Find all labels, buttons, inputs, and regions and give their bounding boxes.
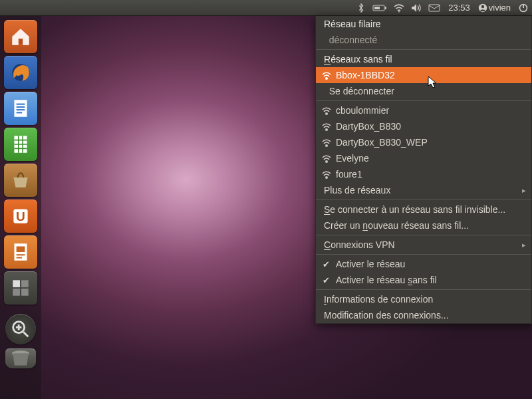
- svg-rect-22: [17, 257, 23, 258]
- svg-point-36: [326, 161, 327, 162]
- svg-rect-4: [429, 5, 440, 11]
- svg-rect-25: [13, 289, 20, 296]
- svg-rect-15: [17, 112, 23, 113]
- wifi-ssid: DartyBox_B830_WEP: [336, 137, 428, 148]
- svg-point-34: [326, 129, 327, 130]
- wired-header: Réseau filaire: [316, 16, 531, 32]
- launcher-impress[interactable]: [4, 235, 37, 269]
- enable-networking[interactable]: ✔ Activer le réseau: [316, 256, 531, 272]
- wifi-network-item[interactable]: DartyBox_B830: [316, 118, 531, 134]
- connection-info[interactable]: Informations de connexion: [316, 291, 531, 307]
- separator: [316, 49, 531, 50]
- volume-icon[interactable]: [411, 3, 422, 13]
- more-networks[interactable]: Plus de réseaux ▸: [316, 182, 531, 198]
- connect-hidden[interactable]: Se connecter à un réseau sans fil invisi…: [316, 201, 531, 217]
- separator: [316, 235, 531, 235]
- svg-line-28: [23, 332, 28, 336]
- check-icon: ✔: [323, 259, 330, 269]
- launcher-software-center[interactable]: [4, 164, 37, 197]
- svg-rect-9: [19, 39, 23, 45]
- wifi-ssid: cboulommier: [336, 105, 389, 116]
- user-menu[interactable]: vivien: [478, 3, 512, 13]
- svg-rect-14: [17, 109, 25, 110]
- wifi-icon: [321, 153, 332, 164]
- wifi-icon: [321, 169, 332, 180]
- svg-rect-23: [13, 280, 20, 287]
- battery-icon[interactable]: [372, 4, 387, 12]
- svg-point-3: [398, 11, 400, 12]
- launcher-home-folder[interactable]: [4, 20, 37, 53]
- launcher-firefox[interactable]: [4, 56, 37, 89]
- launcher-ubuntu-one[interactable]: U: [4, 200, 37, 233]
- wifi-ssid: Evelyne: [336, 153, 369, 164]
- svg-rect-1: [385, 7, 386, 9]
- messaging-icon[interactable]: [428, 4, 440, 12]
- separator: [316, 100, 531, 101]
- svg-text:U: U: [16, 209, 25, 223]
- svg-point-33: [326, 113, 327, 114]
- wireless-header: Réseaux sans fil: [316, 51, 531, 67]
- network-icon[interactable]: [394, 3, 404, 13]
- launcher-writer[interactable]: [4, 92, 37, 125]
- edit-connections[interactable]: Modification des connexions...: [316, 307, 531, 323]
- submenu-arrow-icon: ▸: [522, 186, 526, 195]
- top-panel: 23:53 vivien: [0, 0, 532, 16]
- clock-text: 23:53: [447, 3, 471, 13]
- vpn-submenu[interactable]: Connexions VPN ▸: [316, 237, 531, 253]
- wifi-network-item[interactable]: DartyBox_B830_WEP: [316, 134, 531, 150]
- svg-rect-24: [21, 280, 29, 287]
- wifi-icon: [321, 137, 332, 148]
- launcher-trash[interactable]: [5, 348, 36, 368]
- check-icon: ✔: [323, 275, 330, 285]
- wifi-icon: [321, 121, 332, 132]
- submenu-arrow-icon: ▸: [522, 241, 526, 249]
- separator: [316, 200, 531, 200]
- session-icon[interactable]: [519, 3, 528, 13]
- svg-point-32: [326, 78, 327, 79]
- user-name: vivien: [487, 3, 512, 13]
- svg-rect-13: [17, 106, 25, 108]
- svg-rect-26: [21, 289, 29, 296]
- separator: [316, 254, 531, 255]
- wifi-icon: [321, 70, 332, 80]
- wifi-disconnect[interactable]: Se déconnecter: [316, 83, 531, 99]
- svg-rect-21: [17, 254, 25, 255]
- bluetooth-icon[interactable]: [356, 3, 366, 13]
- svg-rect-2: [374, 7, 380, 9]
- svg-point-6: [481, 5, 484, 7]
- svg-rect-11: [14, 100, 27, 117]
- svg-rect-20: [17, 247, 25, 253]
- wifi-network-item[interactable]: cboulommier: [316, 102, 531, 118]
- wifi-ssid: foure1: [336, 169, 362, 180]
- clock[interactable]: 23:53: [447, 3, 471, 13]
- svg-point-35: [326, 145, 327, 146]
- svg-point-37: [326, 177, 327, 178]
- wired-status: déconnecté: [316, 32, 531, 48]
- unity-launcher: U: [0, 16, 41, 399]
- launcher-lens[interactable]: [5, 314, 36, 344]
- create-network[interactable]: Créer un nouveau réseau sans fil...: [316, 217, 531, 233]
- wifi-connected-item[interactable]: Bbox-1BBD32: [316, 67, 531, 83]
- wifi-network-item[interactable]: foure1: [316, 166, 531, 182]
- launcher-workspace-switcher[interactable]: [4, 271, 37, 305]
- network-menu: Réseau filaire déconnecté Réseaux sans f…: [315, 16, 532, 324]
- launcher-calc[interactable]: [4, 128, 37, 161]
- wifi-ssid: DartyBox_B830: [336, 121, 401, 132]
- enable-wifi[interactable]: ✔ Activer le réseau sans fil: [316, 272, 531, 288]
- separator: [316, 289, 531, 290]
- wifi-icon: [321, 105, 332, 116]
- svg-rect-12: [17, 104, 25, 105]
- wifi-network-item[interactable]: Evelyne: [316, 150, 531, 166]
- wifi-ssid: Bbox-1BBD32: [336, 70, 395, 80]
